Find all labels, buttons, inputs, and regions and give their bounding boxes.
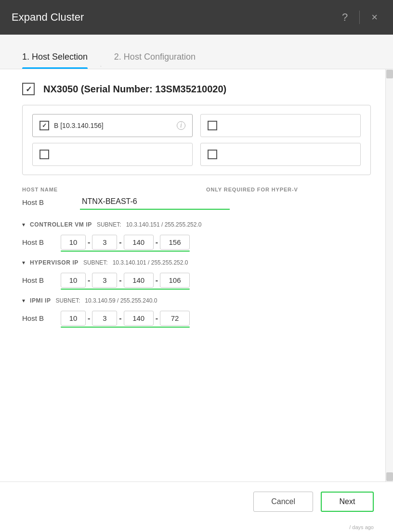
node-item-empty-2: [32, 143, 193, 166]
hypervisor-subnet-value: 10.3.140.101 / 255.255.252.0: [113, 259, 188, 266]
node-selection-card: B [10.3.140.156] i: [22, 105, 371, 175]
hypervisor-ip-header: ▾ HYPERVISOR IP SUBNET: 10.3.140.101 / 2…: [22, 259, 371, 266]
hypervisor-octet3[interactable]: [124, 273, 154, 288]
controller-vm-host-label: Host B: [22, 238, 61, 246]
controller-vm-octet3[interactable]: [124, 235, 154, 250]
node-b-label: B [10.3.140.156]: [54, 122, 172, 129]
dialog-footer: Cancel Next: [0, 481, 393, 521]
ipmi-ip-inputs: - - -: [61, 311, 190, 326]
hypervisor-sep1: -: [86, 276, 92, 285]
help-button[interactable]: ?: [338, 10, 352, 25]
tab-host-configuration[interactable]: 2. Host Configuration: [114, 52, 196, 69]
controller-vm-chevron[interactable]: ▾: [22, 221, 25, 228]
host-name-column-label: HOST NAME: [22, 187, 187, 192]
host-b-name-label: Host B: [22, 194, 61, 210]
dialog-content: NX3050 (Serial Number: 13SM35210020) B […: [0, 69, 393, 481]
ipmi-subnet-value: 10.3.140.59 / 255.255.240.0: [85, 297, 157, 304]
node-row-top: B [10.3.140.156] i: [32, 114, 361, 137]
step-separator: ·: [100, 63, 102, 69]
controller-vm-subnet-label: SUBNET:: [97, 221, 121, 228]
ipmi-octet4[interactable]: [160, 311, 190, 326]
node-empty-2-checkbox[interactable]: [39, 150, 49, 159]
controller-vm-sep3: -: [154, 238, 160, 247]
controller-vm-ip-inputs: - - -: [61, 235, 190, 250]
controller-vm-header: ▾ CONTROLLER VM IP SUBNET: 10.3.140.151 …: [22, 221, 371, 228]
node-row-bottom: [32, 143, 361, 166]
controller-vm-label: CONTROLLER VM IP: [30, 221, 92, 228]
device-checkbox[interactable]: [22, 83, 35, 95]
node-item-empty-3: [200, 143, 361, 166]
scrollbar-track: [385, 69, 393, 481]
ipmi-subnet-label: SUBNET:: [56, 297, 80, 304]
controller-vm-octet1[interactable]: [61, 235, 86, 250]
controller-vm-sep1: -: [86, 238, 92, 247]
hypervisor-octet2[interactable]: [92, 273, 117, 288]
expand-cluster-dialog: Expand Cluster ? × 1. Host Selection · 2…: [0, 0, 393, 532]
node-item-b[interactable]: B [10.3.140.156] i: [32, 114, 193, 137]
bottom-hint: / days ago: [0, 521, 393, 532]
dialog-title: Expand Cluster: [12, 11, 84, 24]
controller-vm-subnet-value: 10.3.140.151 / 255.255.252.0: [126, 221, 202, 228]
controller-vm-section: ▾ CONTROLLER VM IP SUBNET: 10.3.140.151 …: [22, 221, 371, 250]
hypervisor-ip-section: ▾ HYPERVISOR IP SUBNET: 10.3.140.101 / 2…: [22, 259, 371, 288]
hypervisor-octet4[interactable]: [160, 273, 190, 288]
dialog-header: Expand Cluster ? ×: [0, 0, 393, 35]
hypervisor-sep3: -: [154, 276, 160, 285]
hyper-v-input-area: [249, 194, 371, 210]
hypervisor-octet1[interactable]: [61, 273, 86, 288]
ipmi-ip-header: ▾ IPMI IP SUBNET: 10.3.140.59 / 255.255.…: [22, 297, 371, 304]
node-empty-3-checkbox[interactable]: [208, 150, 217, 159]
ipmi-ip-section: ▾ IPMI IP SUBNET: 10.3.140.59 / 255.255.…: [22, 297, 371, 326]
ipmi-chevron[interactable]: ▾: [22, 297, 25, 304]
hyper-v-column-label: ONLY REQUIRED FOR HYPER-V: [206, 187, 371, 192]
controller-vm-octet4[interactable]: [160, 235, 190, 250]
ipmi-octet3[interactable]: [124, 311, 154, 326]
node-item-empty-1: [200, 114, 361, 137]
ipmi-sep1: -: [86, 314, 92, 323]
ipmi-host-label: Host B: [22, 314, 61, 322]
hypervisor-subnet-label: SUBNET:: [83, 259, 108, 266]
hypervisor-chevron[interactable]: ▾: [22, 259, 25, 266]
steps-bar: 1. Host Selection · 2. Host Configuratio…: [0, 35, 393, 69]
form-label-row: HOST NAME ONLY REQUIRED FOR HYPER-V: [22, 187, 371, 192]
device-row: NX3050 (Serial Number: 13SM35210020): [22, 83, 371, 95]
node-b-checkbox[interactable]: [39, 121, 49, 130]
ipmi-ip-label: IPMI IP: [30, 297, 51, 304]
hypervisor-sep2: -: [117, 276, 123, 285]
ipmi-host-row: Host B - - -: [22, 311, 371, 326]
controller-vm-octet2[interactable]: [92, 235, 117, 250]
ipmi-octet1[interactable]: [61, 311, 86, 326]
controller-vm-sep2: -: [117, 238, 123, 247]
controller-vm-host-row: Host B - - -: [22, 235, 371, 250]
header-actions: ? ×: [338, 10, 381, 25]
tab-host-selection[interactable]: 1. Host Selection: [22, 52, 88, 69]
scrollbar-thumb-bottom[interactable]: [386, 472, 393, 481]
host-name-form-row: Host B: [22, 194, 371, 210]
hypervisor-ip-inputs: - - -: [61, 273, 190, 288]
next-button[interactable]: Next: [321, 492, 374, 512]
ipmi-octet2[interactable]: [92, 311, 117, 326]
hypervisor-ip-label: HYPERVISOR IP: [30, 259, 79, 266]
close-button[interactable]: ×: [367, 10, 381, 25]
host-name-section: HOST NAME ONLY REQUIRED FOR HYPER-V Host…: [22, 187, 371, 210]
ipmi-sep2: -: [117, 314, 123, 323]
hypervisor-host-row: Host B - - -: [22, 273, 371, 288]
hypervisor-host-label: Host B: [22, 276, 61, 284]
node-b-info-icon[interactable]: i: [177, 121, 185, 130]
host-name-input[interactable]: [80, 194, 230, 210]
device-name: NX3050 (Serial Number: 13SM35210020): [43, 84, 226, 95]
header-divider: [359, 11, 360, 24]
node-empty-1-checkbox[interactable]: [208, 121, 217, 130]
ipmi-sep3: -: [154, 314, 160, 323]
scrollbar-thumb-top[interactable]: [386, 70, 393, 78]
cancel-button[interactable]: Cancel: [253, 492, 313, 512]
